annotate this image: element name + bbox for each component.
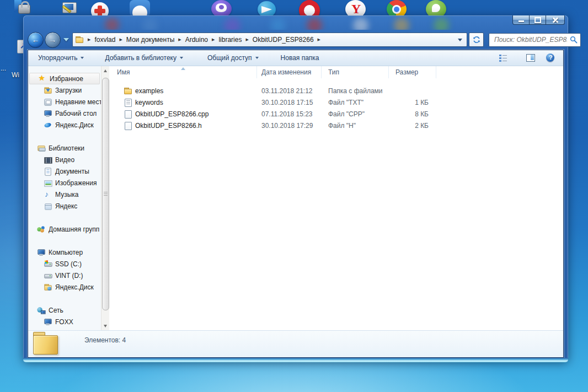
glass-blur-blob (434, 18, 449, 30)
lock-icon (18, 4, 30, 14)
scrollbar-track[interactable] (101, 75, 109, 321)
sidebar-item-foxx[interactable]: FOXX (28, 316, 101, 327)
add-to-library-button[interactable]: Добавить в библиотеку (100, 52, 188, 64)
file-rows: examples 03.11.2018 21:12 Папка с файлам… (109, 78, 563, 131)
maximize-button[interactable] (530, 15, 546, 25)
column-headers: Имя Дата изменения Тип Размер (109, 66, 563, 78)
chevron-down-icon (255, 57, 259, 59)
file-name: OkbitUDP_ESP8266.h (135, 122, 202, 130)
network-icon (37, 306, 45, 314)
refresh-button[interactable] (469, 33, 484, 47)
breadcrumb-separator-icon[interactable]: ▶ (84, 37, 94, 42)
scrollbar-thumb[interactable] (102, 78, 109, 310)
sidebar-section-computer[interactable]: Компьютер (28, 246, 101, 258)
file-icon (124, 121, 132, 130)
share-button[interactable]: Общий доступ (203, 52, 263, 64)
new-folder-label: Новая папка (281, 54, 319, 62)
breadcrumb-segment[interactable]: Мои документы (126, 36, 174, 44)
sidebar-section-network[interactable]: Сеть (28, 304, 101, 316)
scroll-up-button[interactable] (101, 66, 109, 75)
sidebar-item-vint-d[interactable]: VINT (D:) (28, 270, 101, 281)
sidebar-item-yandex-disk-folder[interactable]: Яндекс.Диск (28, 281, 101, 293)
forward-button[interactable]: → (45, 32, 61, 48)
sidebar-item-video[interactable]: Видео (28, 154, 101, 165)
breadcrumb-segment[interactable]: libraries (218, 36, 242, 44)
file-name: examples (135, 87, 163, 95)
network-computer-icon (44, 318, 52, 326)
search-input[interactable] (493, 35, 568, 44)
folder-icon (124, 87, 132, 95)
organize-button[interactable]: Упорядочить (34, 52, 88, 64)
sidebar-section-libraries[interactable]: Библиотеки (28, 142, 101, 154)
breadcrumb-separator-icon[interactable]: ▶ (208, 37, 218, 42)
breadcrumb-separator-icon[interactable]: ▶ (314, 37, 324, 42)
pictures-icon (44, 179, 52, 187)
file-row-h[interactable]: OkbitUDP_ESP8266.h 30.10.2018 17:29 Файл… (109, 120, 563, 131)
file-date: 30.10.2018 17:15 (257, 99, 322, 106)
file-date: 03.11.2018 21:12 (257, 87, 322, 95)
items-count: Элементов: 4 (84, 336, 126, 344)
add-to-library-label: Добавить в библиотеку (105, 54, 177, 62)
maximize-icon (534, 17, 541, 23)
sidebar-item-yandex-disk[interactable]: Яндекс.Диск (28, 119, 101, 131)
new-folder-button[interactable]: Новая папка (276, 52, 324, 64)
file-row-cpp[interactable]: OkbitUDP_ESP8266.cpp 07.11.2018 15:23 Фа… (109, 108, 563, 120)
desktop-icon-flag-lock[interactable] (13, 0, 32, 17)
column-label: Размер (395, 68, 418, 76)
glass-blur-blob (105, 18, 119, 30)
search-icon[interactable] (570, 36, 578, 44)
sidebar-section-homegroup[interactable]: Домашняя групп (28, 223, 101, 235)
sidebar-item-recent-places[interactable]: Недавние мест (28, 96, 101, 108)
sidebar-section-favorites[interactable]: Избранное (29, 73, 100, 84)
sidebar-label: Избранное (50, 75, 83, 83)
column-header-name[interactable]: Имя (109, 66, 257, 78)
file-name: OkbitUDP_ESP8266.cpp (135, 110, 209, 118)
sidebar-label: Видео (55, 156, 74, 164)
file-row-keywords[interactable]: keywords 30.10.2018 17:15 Файл "TXT" 1 К… (109, 96, 563, 108)
yandex-disk-folder-icon (44, 283, 52, 291)
breadcrumb-separator-icon[interactable]: ▶ (242, 37, 252, 42)
column-header-size[interactable]: Размер (389, 66, 436, 78)
breadcrumb-segment[interactable]: foxvlad (94, 36, 115, 44)
sidebar-item-yandex[interactable]: Яндекс (28, 200, 101, 212)
address-bar[interactable]: ▶ foxvlad ▶ Мои документы ▶ Arduino ▶ li… (72, 33, 467, 47)
scroll-down-button[interactable] (101, 321, 109, 330)
chevron-down-icon (81, 57, 84, 59)
sidebar-label: Яндекс.Диск (55, 121, 94, 129)
sidebar-item-pictures[interactable]: Изображения (28, 177, 101, 189)
desktop-icon-label-overflow: ... (1, 65, 6, 72)
recent-pages-chevron-icon[interactable] (63, 38, 69, 41)
desktop-icon-computer-settings[interactable] (61, 1, 78, 15)
titlebar[interactable] (23, 15, 568, 30)
computer-icon (37, 248, 45, 256)
column-header-date[interactable]: Дата изменения (257, 66, 322, 78)
sidebar-item-downloads[interactable]: Загрузки (28, 84, 101, 96)
sidebar-item-music[interactable]: Музыка (28, 189, 101, 200)
forward-arrow-icon: → (49, 36, 57, 44)
file-type: Папка с файлами (322, 87, 389, 95)
sidebar-item-ssd-c[interactable]: SSD (C:) (28, 258, 101, 270)
breadcrumb-segment[interactable]: OkbitUDP_ESP8266 (253, 36, 314, 44)
minimize-button[interactable] (512, 15, 530, 25)
close-icon (552, 17, 559, 23)
breadcrumb-segment[interactable]: Arduino (185, 36, 208, 44)
address-dropdown-icon[interactable] (458, 39, 462, 41)
breadcrumb-separator-icon[interactable]: ▶ (174, 37, 185, 42)
drive-icon (44, 271, 52, 280)
file-size: 2 КБ (389, 122, 436, 130)
breadcrumb-separator-icon[interactable]: ▶ (115, 37, 126, 42)
preview-pane-button[interactable] (523, 52, 538, 64)
sidebar-item-desktop[interactable]: Рабочий стол (28, 108, 101, 119)
sidebar-item-documents[interactable]: Документы (28, 165, 101, 177)
sidebar-label: Библиотеки (49, 144, 84, 152)
change-view-button[interactable] (496, 52, 515, 64)
window-bottom-border (23, 358, 568, 362)
sidebar-label: Домашняя групп (49, 225, 99, 233)
help-button[interactable] (543, 52, 558, 64)
close-button[interactable] (546, 15, 565, 25)
file-row-examples[interactable]: examples 03.11.2018 21:12 Папка с файлам… (109, 85, 563, 96)
back-button[interactable]: ← (28, 32, 44, 48)
column-header-type[interactable]: Тип (322, 66, 389, 78)
glass-blur-blob (353, 18, 368, 30)
desktop-icon-blue-app[interactable] (130, 0, 150, 17)
